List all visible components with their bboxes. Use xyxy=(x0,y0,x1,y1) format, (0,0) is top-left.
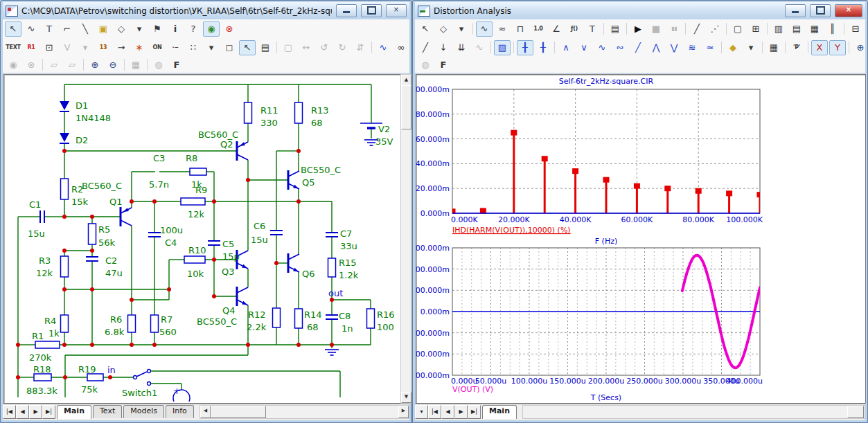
minimize-button[interactable] xyxy=(336,4,357,17)
select-icon[interactable]: ↖ xyxy=(417,21,434,37)
grid-dropdown-icon[interactable]: ▾ xyxy=(203,40,220,55)
function-key-icon[interactable]: F xyxy=(435,57,452,73)
page-nav-icon[interactable]: ▶ xyxy=(29,405,42,419)
close-button[interactable]: × xyxy=(386,4,407,17)
tab-info[interactable]: Info xyxy=(166,405,194,418)
analysis-hscrollbar[interactable] xyxy=(522,405,865,419)
waveform-list-icon[interactable]: ≈ xyxy=(494,21,511,37)
attribute-text-icon[interactable]: R1 xyxy=(23,40,39,55)
exclude-icon[interactable]: ⊗ xyxy=(23,57,39,73)
diagonal-wire-icon[interactable]: ╲ xyxy=(77,21,94,37)
wire-mode-icon[interactable]: ∿ xyxy=(23,21,39,37)
cursor-both-icon[interactable]: ⇊ xyxy=(453,40,470,55)
peak-icon[interactable]: ∧ xyxy=(558,40,574,55)
close-button[interactable]: × xyxy=(835,4,862,17)
search-icon[interactable]: ∞ xyxy=(393,40,409,55)
dotted-grid-icon[interactable]: ║ xyxy=(824,21,841,37)
cursor-mode-icon[interactable]: ↖ xyxy=(239,40,256,55)
properties-icon[interactable]: ▤ xyxy=(257,40,274,55)
schematic-hscrollbar[interactable]: ◀ ▶ xyxy=(200,405,409,419)
zoom-out-icon[interactable]: ⊖ xyxy=(105,57,121,73)
globe-icon[interactable]: ◍ xyxy=(417,57,434,73)
voltages-dropdown-icon[interactable]: ▾ xyxy=(77,40,94,55)
snapshot-icon[interactable]: ▦ xyxy=(127,57,144,73)
stop-floating-icon[interactable]: ⊗ xyxy=(221,21,238,37)
condition-icon[interactable]: ON xyxy=(149,40,166,55)
hscroll-thumb[interactable] xyxy=(211,406,266,418)
function-key-icon[interactable]: F xyxy=(168,57,185,73)
go-to-branch-icon[interactable]: ◆ xyxy=(725,40,741,55)
auto-scale-icon[interactable]: 1.0 xyxy=(530,21,547,37)
point-tag-icon[interactable]: ⋰ xyxy=(707,21,723,37)
maximize-button[interactable] xyxy=(361,4,382,17)
p-key-icon[interactable]: 'P' xyxy=(788,40,805,55)
top-icon[interactable]: ≈ xyxy=(702,40,718,55)
ortho-wire-icon[interactable]: ⌐ xyxy=(59,21,76,37)
page-nav-icon[interactable]: ◀ xyxy=(16,405,29,419)
component-icon[interactable]: ▣ xyxy=(95,21,112,37)
power-icon[interactable]: ∗ xyxy=(131,40,148,55)
performance-icon[interactable]: ƒ() xyxy=(566,21,583,37)
info-mode-icon[interactable]: i xyxy=(167,21,184,37)
page-nav-icon[interactable]: |◀ xyxy=(428,405,441,419)
minimize-button[interactable] xyxy=(785,4,806,17)
branch-dropdown-icon[interactable]: ▾ xyxy=(743,40,759,55)
vertical-cursor-icon[interactable]: ╂ xyxy=(535,40,551,55)
tab-text[interactable]: Text xyxy=(93,405,122,418)
copy-picture-icon[interactable]: ▱ xyxy=(46,57,62,73)
rotate-ccw-icon[interactable]: ↺ xyxy=(316,40,333,55)
text-mode-icon[interactable]: T xyxy=(41,21,57,37)
horizontal-cursor-icon[interactable]: ╂ xyxy=(517,40,533,55)
valley-icon[interactable]: ∨ xyxy=(576,40,592,55)
cursor-next-icon[interactable]: ╱ xyxy=(417,40,434,55)
bottom-icon[interactable]: ≋ xyxy=(684,40,700,55)
high-icon[interactable]: ∿ xyxy=(594,40,610,55)
limits-icon[interactable]: ⊓ xyxy=(512,21,529,37)
flip-x-icon[interactable]: ↔ xyxy=(298,40,315,55)
zoom-in-icon[interactable]: ⊕ xyxy=(852,40,868,55)
tab-main[interactable]: Main xyxy=(57,405,91,419)
add-grid-icon[interactable]: ⊞ xyxy=(747,21,764,37)
cursor-left-icon[interactable]: ↓ xyxy=(435,40,452,55)
schematic-vscrollbar[interactable]: ▲ ▼ xyxy=(400,74,412,404)
scroll-down-icon[interactable]: ▼ xyxy=(401,392,411,403)
scope-step-icon[interactable]: ∠ xyxy=(548,21,565,37)
restore-button[interactable] xyxy=(810,4,831,17)
text-attributes-icon[interactable]: TEXT xyxy=(5,40,21,55)
select-region-icon[interactable]: ▢ xyxy=(729,21,746,37)
schematic-canvas[interactable]: D11N4148D2R215kC115uBC560_CQ1R556kR312kC… xyxy=(3,74,401,404)
zoom-window-icon[interactable]: ▨ xyxy=(494,40,511,55)
tracker-icon[interactable]: ╱ xyxy=(865,21,868,37)
global-high-icon[interactable]: ⋀ xyxy=(648,40,664,55)
rotate-cw-icon[interactable]: ↻ xyxy=(334,40,351,55)
hscroll-thumb[interactable] xyxy=(847,406,864,418)
x-scale-icon[interactable]: X xyxy=(811,40,828,55)
global-low-icon[interactable]: ⋁ xyxy=(666,40,682,55)
tab-main[interactable]: Main xyxy=(482,405,517,419)
find-wave-icon[interactable]: ∿ xyxy=(375,40,391,55)
flip-y-icon[interactable]: ⇵ xyxy=(352,40,369,55)
select-icon[interactable]: ↖ xyxy=(5,21,21,37)
page-nav-icon[interactable]: ▶| xyxy=(468,405,481,419)
zoom-in-icon[interactable]: ⊕ xyxy=(87,57,103,73)
paste-picture-icon[interactable]: ▱ xyxy=(64,57,80,73)
stop-icon[interactable]: ■ xyxy=(648,21,664,37)
current-arrow-icon[interactable]: → xyxy=(113,40,130,55)
properties-icon[interactable]: ▤ xyxy=(607,21,623,37)
flag-icon[interactable]: ⚑ xyxy=(149,21,166,37)
text-icon[interactable]: T xyxy=(584,21,601,37)
split-plots-icon[interactable]: ⊟ xyxy=(847,21,864,37)
point-help-icon[interactable]: ? xyxy=(185,21,202,37)
scroll-up-icon[interactable]: ▲ xyxy=(401,75,411,86)
run-icon[interactable]: ▶ xyxy=(630,21,646,37)
select-curve-icon[interactable]: ∿ xyxy=(476,21,493,37)
info-page-icon[interactable]: ◉ xyxy=(5,57,21,73)
scroll-left-icon[interactable]: ◀ xyxy=(200,406,211,418)
line-tag-icon[interactable]: ╱ xyxy=(689,21,705,37)
pause-icon[interactable]: ▮▮ xyxy=(666,21,682,37)
globe-icon[interactable]: ◍ xyxy=(150,57,167,73)
shape-tools-icon[interactable]: ◇ xyxy=(113,21,130,37)
horizontal-grid-icon[interactable]: ▤ xyxy=(788,21,805,37)
tab-list-dropdown-icon[interactable]: ▾ xyxy=(415,405,428,419)
vertical-grid-icon[interactable]: ▥ xyxy=(770,21,787,37)
